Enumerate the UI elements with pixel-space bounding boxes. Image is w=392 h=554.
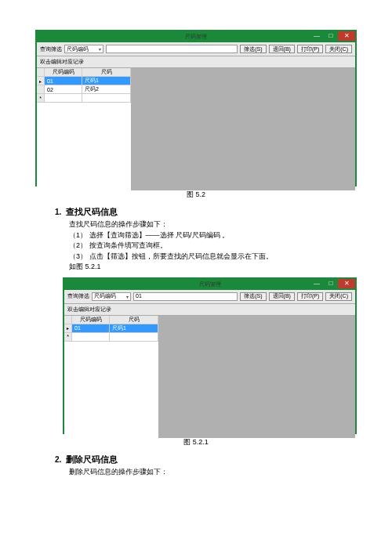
col-header-code: 尺码编码: [45, 68, 82, 77]
table-row[interactable]: 01 尺码1: [37, 77, 131, 85]
data-grid[interactable]: 尺码编码 尺码 01 尺码1 02 尺码2: [37, 68, 131, 190]
minimize-icon[interactable]: —: [310, 31, 324, 41]
grid-header: 尺码编码 尺码: [64, 316, 158, 324]
chevron-down-icon: ▾: [99, 46, 101, 52]
toolbar: 查询筛选 尺码编码 ▾ 筛选(S) 退回(B) 打印(P) 关闭(C): [37, 42, 355, 56]
app-window-2: 尺码管理 — □ ✕ 查询筛选 尺码编码 ▾ 01 筛选(S) 退回(B) 打印…: [63, 277, 357, 434]
section-number: 1.: [55, 208, 61, 216]
figure-caption-2: 图 5.2.1: [35, 437, 357, 447]
close-icon[interactable]: ✕: [338, 279, 355, 288]
filter-combo[interactable]: 尺码编码 ▾: [92, 292, 131, 301]
filter-label: 查询筛选: [40, 45, 62, 53]
close-button[interactable]: 关闭(C): [325, 292, 352, 301]
table-row-new[interactable]: [64, 333, 158, 342]
figure-caption-1: 图 5.2: [35, 190, 357, 200]
maximize-icon[interactable]: □: [324, 279, 338, 288]
titlebar: 尺码管理 — □ ✕: [37, 31, 355, 42]
section-number: 2.: [55, 455, 61, 464]
close-button[interactable]: 关闭(C): [325, 45, 352, 53]
section-title: 查找尺码信息: [66, 206, 118, 218]
close-icon[interactable]: ✕: [338, 31, 355, 41]
data-grid[interactable]: 尺码编码 尺码 01 尺码1: [64, 316, 158, 438]
col-header-size: 尺码: [82, 68, 131, 77]
filter-button[interactable]: 筛选(S): [240, 292, 266, 301]
search-input[interactable]: [106, 45, 238, 53]
hint-label: 双击编辑对应记录: [64, 304, 355, 316]
row-indicator-icon: [37, 77, 45, 85]
back-button[interactable]: 退回(B): [269, 292, 295, 301]
app-window-1: 尺码管理 — □ ✕ 查询筛选 尺码编码 ▾ 筛选(S) 退回(B) 打印(P)…: [35, 30, 357, 186]
table-row-new[interactable]: [37, 94, 131, 103]
section-title: 删除尺码信息: [66, 454, 118, 465]
filter-combo[interactable]: 尺码编码 ▾: [64, 45, 103, 53]
back-button[interactable]: 退回(B): [269, 45, 295, 53]
step-3: （3） 点击【筛选】按钮，所要查找的尺码信息就会显示在下面。: [69, 252, 357, 263]
chevron-down-icon: ▾: [126, 294, 129, 299]
grid-header: 尺码编码 尺码: [37, 68, 131, 77]
new-row-icon: [64, 333, 72, 342]
row-indicator-icon: [64, 324, 72, 333]
col-header-size: 尺码: [110, 316, 158, 324]
toolbar: 查询筛选 尺码编码 ▾ 01 筛选(S) 退回(B) 打印(P) 关闭(C): [64, 290, 355, 304]
minimize-icon[interactable]: —: [310, 279, 324, 288]
filter-label: 查询筛选: [67, 292, 89, 300]
print-button[interactable]: 打印(P): [297, 292, 323, 301]
section-intro: 删除尺码信息的操作步骤如下：: [69, 467, 357, 478]
titlebar: 尺码管理 — □ ✕: [64, 279, 355, 290]
print-button[interactable]: 打印(P): [297, 45, 323, 53]
grid-empty-area: [131, 68, 355, 190]
filter-button[interactable]: 筛选(S): [240, 45, 266, 53]
combo-value: 尺码编码: [67, 45, 89, 53]
window-title: 尺码管理: [37, 33, 355, 41]
col-header-code: 尺码编码: [72, 316, 110, 324]
search-input[interactable]: 01: [133, 292, 238, 301]
step-1: （1） 选择【查询筛选】——选择 尺码/尺码编码 。: [69, 230, 357, 241]
new-row-icon: [37, 94, 45, 103]
grid-empty-area: [158, 316, 355, 438]
combo-value: 尺码编码: [94, 292, 116, 300]
figure-ref: 如图 5.2.1: [69, 262, 357, 273]
maximize-icon[interactable]: □: [324, 31, 338, 41]
step-2: （2） 按查询条件填写查询框。: [69, 241, 357, 252]
section-intro: 查找尺码信息的操作步骤如下：: [69, 219, 357, 230]
section-2: 2. 删除尺码信息 删除尺码信息的操作步骤如下：: [55, 454, 357, 478]
table-row[interactable]: 02 尺码2: [37, 85, 131, 94]
section-1: 1. 查找尺码信息 查找尺码信息的操作步骤如下： （1） 选择【查询筛选】——选…: [55, 206, 357, 273]
table-row[interactable]: 01 尺码1: [64, 324, 158, 333]
hint-label: 双击编辑对应记录: [37, 56, 355, 68]
